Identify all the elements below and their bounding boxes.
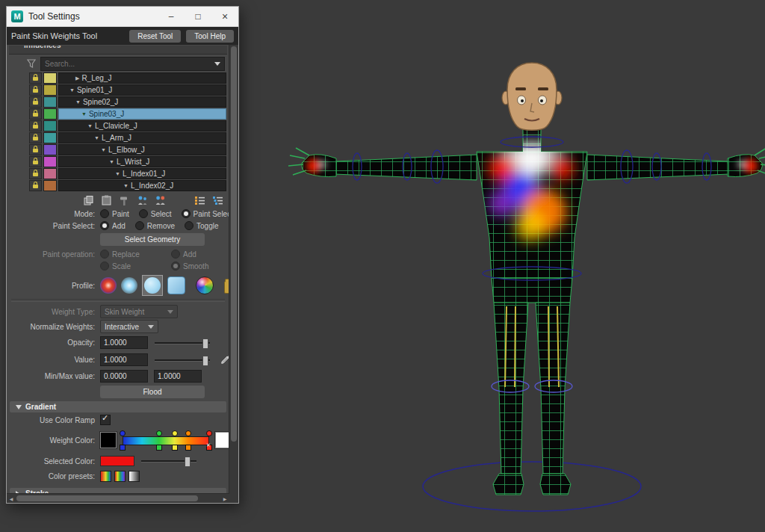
weight-color-ramp[interactable] [123,429,209,451]
tool-help-button[interactable]: Tool Help [186,30,234,43]
joint-row-L_Clavicle_J[interactable]: ▼L_Clavicle_J [29,120,226,132]
ramp-stop-square[interactable] [185,445,191,451]
horizontal-scrollbar[interactable]: ◀ ▶ [7,493,229,503]
brush-soft-icon[interactable] [121,277,137,294]
joint-row-Spine03_J[interactable]: ▼Spine03_J [29,108,226,120]
lock-icon[interactable] [29,108,42,120]
ramp-stop-square[interactable] [120,445,126,451]
ramp-stop-dot[interactable] [206,430,212,436]
normalize-weights-dropdown[interactable]: Interactive [100,320,158,333]
expand-arrow-icon[interactable]: ▼ [87,123,93,129]
paint-op-add[interactable]: Add [171,250,196,259]
ramp-left-swatch[interactable] [100,432,117,448]
close-button[interactable]: × [211,7,238,26]
ramp-stop-dot[interactable] [172,430,178,436]
lock-icon[interactable] [29,168,42,179]
joint-color-swatch[interactable] [43,84,57,96]
brush-square-icon[interactable] [167,276,185,294]
ramp-stop-square[interactable] [172,445,178,451]
joint-label[interactable]: ▼L_Wrist_J [58,156,226,167]
lock-icon[interactable] [29,180,42,191]
joint-label[interactable]: ▼L_Index01_J [58,168,226,179]
ramp-stop-square[interactable] [206,445,212,451]
mode-option-paint[interactable]: Paint [100,209,129,218]
joint-label[interactable]: ▼L_Arm_J [58,132,226,143]
weight-type-dropdown[interactable]: Skin Weight [100,305,178,318]
lock-icon[interactable] [29,84,42,96]
lock-icon[interactable] [29,120,42,132]
joint-row-L_Index01_J[interactable]: ▼L_Index01_J [29,168,226,179]
paint-op-replace[interactable]: Replace [100,250,161,259]
value-field[interactable]: 1.0000 [100,353,148,366]
joint-label[interactable]: ▶R_Leg_J [58,72,226,84]
mode-option-select[interactable]: Select [139,209,172,218]
copy-weights-icon[interactable] [83,195,94,206]
joint-row-L_Elbow_J[interactable]: ▼L_Elbow_J [29,144,226,155]
selected-color-swatch[interactable] [100,456,134,466]
joint-label[interactable]: ▼L_Elbow_J [58,144,226,155]
color-preset-spectrum-icon[interactable] [114,471,126,482]
ramp-stop-dot[interactable] [120,430,126,436]
joint-label[interactable]: ▼L_Index02_J [58,180,226,191]
joint-color-swatch[interactable] [43,168,57,179]
paint-select-option-add[interactable]: Add [100,221,126,230]
opacity-field[interactable]: 1.0000 [100,336,148,349]
ramp-right-swatch[interactable] [215,432,229,448]
joint-color-swatch[interactable] [43,96,57,108]
ramp-stop-square[interactable] [156,445,162,451]
window-titlebar[interactable]: M Tool Settings – □ × [7,7,238,27]
joint-row-L_Arm_J[interactable]: ▼L_Arm_J [29,132,226,143]
chevron-down-icon[interactable] [214,62,220,66]
gradient-section-header[interactable]: Gradient [10,401,226,412]
expand-arrow-icon[interactable]: ▼ [101,147,106,152]
lock-icon[interactable] [29,144,42,155]
scroll-left-arrow-icon[interactable]: ◀ [7,494,16,503]
lock-icon[interactable] [29,156,42,167]
ramp-stop-dot[interactable] [185,430,191,436]
joint-color-swatch[interactable] [43,72,57,84]
show-influence-icon[interactable] [155,195,166,206]
expand-arrow-icon[interactable]: ▼ [81,111,87,117]
color-sphere-icon[interactable] [196,276,214,294]
sort-list-orange-icon[interactable] [194,195,205,206]
search-input[interactable] [45,60,214,68]
slider-handle[interactable] [202,338,208,349]
color-preset-grayscale-icon[interactable] [128,471,140,482]
joint-color-swatch[interactable] [43,144,57,155]
joint-color-swatch[interactable] [43,180,57,191]
joint-row-R_Leg_J[interactable]: ▶R_Leg_J [29,72,226,84]
vertical-scroll-thumb[interactable] [231,46,237,442]
joint-label[interactable]: ▼Spine01_J [58,84,226,96]
joint-label[interactable]: ▼Spine02_J [58,96,226,108]
joint-color-swatch[interactable] [43,120,57,132]
opacity-slider[interactable] [155,338,210,348]
horizontal-scroll-thumb[interactable] [16,495,198,501]
min-value-field[interactable]: 0.0000 [100,370,148,383]
paint-select-option-remove[interactable]: Remove [135,221,175,230]
maximize-button[interactable]: □ [185,7,211,26]
use-color-ramp-checkbox[interactable] [100,415,111,425]
expand-arrow-icon[interactable]: ▼ [75,99,81,105]
slider-handle[interactable] [185,457,191,467]
joint-label[interactable]: ▼L_Clavicle_J [58,120,226,132]
move-weights-icon[interactable] [137,195,148,206]
joint-row-L_Index02_J[interactable]: ▼L_Index02_J [29,180,226,191]
expand-arrow-icon[interactable]: ▼ [109,159,114,164]
joint-row-L_Wrist_J[interactable]: ▼L_Wrist_J [29,156,226,167]
influences-section-header[interactable]: Influences [9,46,227,55]
select-geometry-button[interactable]: Select Geometry [100,233,205,246]
expand-arrow-icon[interactable]: ▼ [123,183,128,188]
max-value-field[interactable]: 1.0000 [154,370,202,383]
color-preset-rainbow-icon[interactable] [100,471,111,482]
expand-arrow-icon[interactable]: ▼ [69,87,75,93]
paint-op-scale[interactable]: Scale [100,262,161,270]
reset-tool-button[interactable]: Reset Tool [129,30,181,43]
weight-hammer-icon[interactable] [119,195,130,206]
minimize-button[interactable]: – [158,7,185,26]
selected-color-slider[interactable] [141,456,196,466]
joint-row-Spine02_J[interactable]: ▼Spine02_J [29,96,226,108]
joint-label[interactable]: ▼Spine03_J [58,108,226,120]
brush-gaussian-icon[interactable] [100,277,117,294]
expand-arrow-icon[interactable]: ▶ [75,75,79,81]
scroll-right-arrow-icon[interactable]: ▶ [220,494,229,503]
